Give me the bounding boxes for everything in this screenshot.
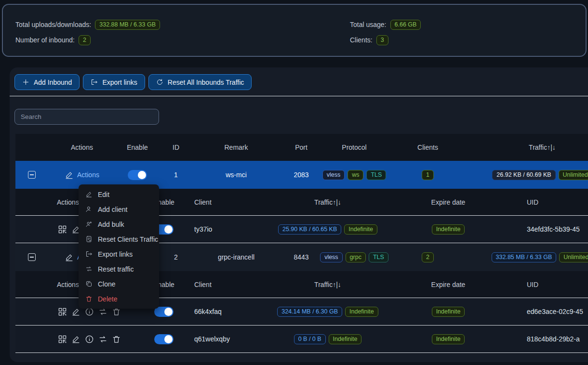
- toolbar-divider: [10, 96, 588, 96]
- menu-item-export-links[interactable]: Export links: [79, 247, 159, 261]
- header-port[interactable]: Port: [280, 143, 323, 151]
- menu-item-delete[interactable]: Delete: [79, 291, 159, 306]
- client-limit-badge: Indefinite: [329, 334, 362, 344]
- qrcode-icon[interactable]: [58, 307, 67, 316]
- total-usage-value: 6.66 GB: [390, 20, 421, 30]
- row-checkbox-indeterminate[interactable]: [28, 171, 36, 179]
- search-input[interactable]: [14, 109, 159, 125]
- inbound-id: 1: [159, 171, 193, 179]
- client-enable-toggle[interactable]: [154, 334, 174, 344]
- header-protocol[interactable]: Protocol: [323, 143, 386, 151]
- row-actions-dropdown[interactable]: Actions: [65, 170, 99, 180]
- client-traffic-badge: 0 B / 0 B: [294, 334, 326, 344]
- edit-client-icon[interactable]: [71, 335, 80, 344]
- qrcode-icon[interactable]: [58, 225, 67, 234]
- client-expire-badge: Indefinite: [432, 334, 465, 344]
- total-usage-label: Total usage:: [350, 21, 387, 28]
- inbound-count-value: 2: [79, 35, 91, 45]
- client-header-traffic-sort[interactable]: Traffic↑|↓: [270, 198, 386, 206]
- client-uid: ed6e3ace-02c9-45: [511, 308, 588, 315]
- inbound-remark: grpc-irancell: [193, 253, 280, 261]
- delete-client-icon[interactable]: [112, 335, 121, 344]
- clients-count-badge: 2: [422, 252, 434, 262]
- header-remark[interactable]: Remark: [193, 143, 280, 151]
- qrcode-icon[interactable]: [58, 335, 67, 344]
- uploads-downloads-label: Total uploads/downloads:: [15, 21, 91, 28]
- client-uid: 818c4b8d-29b2-a: [511, 335, 588, 343]
- header-id[interactable]: ID: [159, 143, 193, 151]
- reload-icon: [156, 78, 163, 86]
- inbound-remark: ws-mci: [193, 171, 280, 179]
- row-checkbox-indeterminate[interactable]: [28, 253, 36, 261]
- client-expire-badge: Indefinite: [432, 307, 465, 317]
- export-icon: [85, 250, 93, 258]
- inbound-count-label: Number of inbound:: [15, 36, 75, 44]
- clone-icon: [85, 280, 93, 287]
- client-name: ty37io: [178, 225, 270, 233]
- client-header-uid: UID: [511, 198, 588, 206]
- client-traffic-badge: 324.14 MB / 6.30 GB: [277, 307, 342, 317]
- toolbar: Add Inbound Export links Reset All Inbou…: [14, 74, 252, 90]
- client-header-expire: Expire date: [386, 281, 511, 288]
- plus-icon: [22, 78, 29, 86]
- row-actions-label: Actions: [77, 171, 99, 179]
- client-name: 66k4xfaq: [178, 308, 270, 315]
- uploads-downloads-value: 332.88 MB / 6.33 GB: [95, 20, 160, 30]
- menu-item-reset-clients-traffic[interactable]: Reset Clients Traffic: [79, 232, 159, 247]
- client-expire-badge: Indefinite: [432, 224, 465, 235]
- protocol-badge-grpc: grpc: [346, 252, 366, 262]
- inbound-id: 2: [159, 253, 193, 261]
- table-header-row: Actions Enable ID Remark Port Protocol C…: [15, 134, 588, 161]
- reset-all-traffic-label: Reset All Inbounds Traffic: [168, 78, 244, 86]
- protocol-badge-vless: vless: [320, 252, 342, 262]
- edit-client-icon[interactable]: [71, 307, 80, 316]
- swap-icon: [85, 265, 93, 273]
- file-reset-icon: [85, 235, 93, 243]
- traffic-badge: 26.92 KB / 60.69 KB: [492, 170, 555, 180]
- menu-item-add-client[interactable]: Add client: [79, 202, 159, 217]
- menu-item-reset-traffic[interactable]: Reset traffic: [79, 261, 159, 276]
- header-traffic-sort[interactable]: Traffic↑|↓: [470, 143, 588, 151]
- protocol-badge-tls: TLS: [366, 170, 386, 180]
- header-enable[interactable]: Enable: [116, 143, 159, 151]
- export-links-button[interactable]: Export links: [83, 74, 145, 90]
- edit-icon: [65, 253, 74, 262]
- menu-item-edit[interactable]: Edit: [79, 187, 159, 202]
- export-icon: [91, 78, 98, 86]
- traffic-limit-badge: Unlimited: [559, 252, 588, 262]
- export-links-label: Export links: [102, 78, 137, 86]
- clients-count-badge: 1: [422, 170, 434, 180]
- user-add-icon: [85, 206, 93, 213]
- client-row-q61welxqby: q61welxqby 0 B / 0 B Indefinite Indefini…: [15, 326, 588, 353]
- client-uid: 34efd3fc-5b39-45: [511, 225, 588, 233]
- inbound-port: 2083: [280, 171, 323, 179]
- protocol-badge-vless: vless: [322, 170, 345, 180]
- client-header-traffic-sort[interactable]: Traffic↑|↓: [270, 281, 386, 288]
- traffic-badge: 332.85 MB / 6.33 GB: [492, 252, 557, 262]
- reset-all-traffic-button[interactable]: Reset All Inbounds Traffic: [148, 74, 252, 90]
- edit-icon: [65, 170, 74, 180]
- inbound-port: 8443: [280, 253, 323, 261]
- info-icon[interactable]: [85, 335, 94, 344]
- header-clients[interactable]: Clients: [386, 143, 470, 151]
- client-name: q61welxqby: [178, 335, 270, 343]
- client-header-expire: Expire date: [386, 198, 511, 206]
- users-add-icon: [85, 221, 93, 228]
- client-header-uid: UID: [511, 281, 588, 288]
- client-limit-badge: Indefinite: [345, 307, 378, 317]
- clients-count-label: Clients:: [350, 36, 373, 44]
- reset-traffic-icon[interactable]: [98, 335, 107, 344]
- client-header-client: Client: [178, 198, 270, 206]
- menu-item-clone[interactable]: Clone: [79, 276, 159, 291]
- actions-context-menu: Edit Add client Add bulk Reset Clients T…: [79, 184, 159, 309]
- inbound-enable-toggle[interactable]: [128, 170, 147, 180]
- protocol-badge-ws: ws: [347, 170, 363, 180]
- add-inbound-button[interactable]: Add Inbound: [14, 74, 80, 90]
- header-actions[interactable]: Actions: [48, 143, 116, 151]
- traffic-limit-badge: Unlimited: [559, 170, 588, 180]
- stats-card: Total uploads/downloads: 332.88 MB / 6.3…: [2, 4, 587, 57]
- menu-item-add-bulk[interactable]: Add bulk: [79, 217, 159, 232]
- client-header-client: Client: [178, 281, 270, 288]
- add-inbound-label: Add Inbound: [34, 78, 72, 86]
- trash-icon: [85, 295, 93, 302]
